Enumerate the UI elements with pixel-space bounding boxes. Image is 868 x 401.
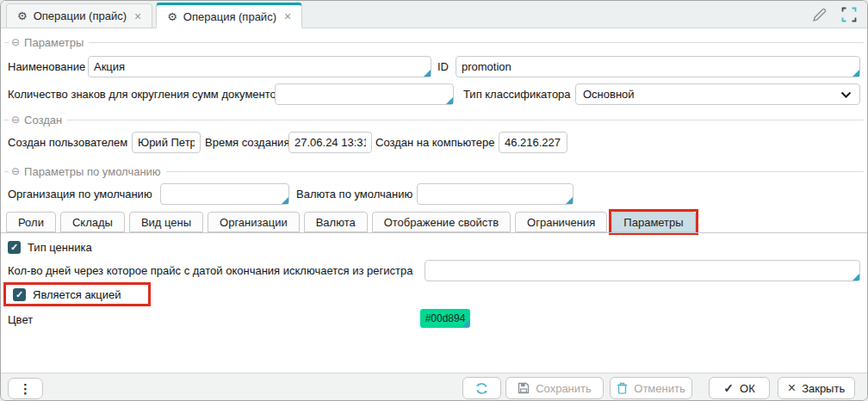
section-header-created: ⊖ Создан — [4, 113, 864, 126]
gear-icon: ⚙ — [167, 11, 177, 22]
save-icon — [518, 382, 530, 394]
tab-close-icon[interactable]: × — [134, 9, 141, 23]
color-label: Цвет — [8, 309, 33, 330]
cancel-button[interactable]: Отменить — [610, 377, 692, 399]
section-header-defaults: ⊖ Параметры по умолчанию — [4, 164, 864, 178]
refresh-button[interactable] — [462, 377, 501, 399]
tab-operation-detail[interactable]: ⚙ Операция (прайс) × — [156, 3, 302, 28]
trash-icon — [617, 382, 628, 394]
subtab-roles[interactable]: Роли — [6, 212, 56, 232]
created-by-input[interactable] — [132, 132, 201, 153]
id-label: ID — [437, 56, 449, 77]
subtab-parameters-active[interactable]: Параметры — [611, 212, 695, 232]
is-promotion-label: Является акцией — [33, 288, 121, 301]
refresh-icon — [475, 382, 488, 395]
classifier-type-label: Тип классификатора — [463, 83, 571, 105]
section-header-parameters: ⊖ Параметры — [4, 35, 864, 49]
close-button[interactable]: × Закрыть — [778, 377, 855, 399]
section-title: Создан — [24, 114, 62, 126]
tab-label: Операции (прайс) — [34, 9, 127, 22]
subtab-warehouses[interactable]: Склады — [60, 212, 125, 232]
created-time-input[interactable] — [288, 132, 372, 153]
default-currency-input[interactable] — [417, 183, 574, 205]
tab-label: Операция (прайс) — [183, 10, 276, 23]
close-x-icon: × — [788, 381, 796, 395]
field-corner-marker — [424, 70, 431, 77]
tab-operations-list[interactable]: ⚙ Операции (прайс) × — [6, 3, 152, 28]
subtab-price-type[interactable]: Вид цены — [129, 212, 203, 232]
app-window: ⚙ Операции (прайс) × ⚙ Операция (прайс) … — [0, 0, 868, 401]
collapse-icon[interactable]: ⊖ — [11, 114, 20, 125]
is-promotion-checkbox[interactable] — [13, 288, 26, 301]
color-swatch[interactable]: #00d894 — [420, 309, 470, 328]
field-corner-marker — [282, 197, 288, 204]
id-input[interactable] — [456, 56, 860, 77]
detail-tab-bar: Роли Склады Вид цены Организации Валюта … — [6, 212, 696, 232]
cancel-label: Отменить — [634, 382, 685, 395]
created-by-label: Создан пользователем — [8, 132, 127, 153]
created-computer-input[interactable] — [499, 132, 567, 153]
is-promotion-annotated-row: Является акцией — [3, 282, 151, 306]
close-label: Закрыть — [802, 382, 845, 395]
default-currency-label: Валюта по умолчанию — [296, 183, 412, 205]
created-time-label: Время создания — [205, 132, 289, 153]
default-org-label: Организация по умолчанию — [8, 183, 152, 205]
menu-button[interactable]: ⋮ — [8, 378, 43, 399]
edit-pencil-icon[interactable] — [809, 5, 828, 24]
price-tag-type-label: Тип ценника — [28, 241, 92, 254]
subtab-restrictions[interactable]: Ограничения — [515, 212, 607, 232]
field-corner-marker — [566, 197, 573, 204]
name-label: Наименование — [8, 56, 85, 77]
bottom-toolbar: ⋮ Сохранить — [1, 373, 867, 400]
gear-icon: ⚙ — [17, 10, 28, 22]
field-corner-marker — [446, 97, 453, 104]
subtab-organizations[interactable]: Организации — [208, 212, 300, 232]
chevron-down-icon — [840, 91, 852, 98]
save-label: Сохранить — [536, 382, 592, 395]
field-corner-marker — [852, 274, 859, 281]
field-corner-marker — [852, 70, 859, 77]
rounding-digits-input[interactable] — [275, 83, 454, 105]
tab-close-icon[interactable]: × — [284, 9, 291, 23]
rounding-digits-label: Количество знаков для округления сумм до… — [8, 83, 282, 105]
created-computer-label: Создан на компьютере — [375, 132, 495, 153]
price-tag-type-row: Тип ценника — [8, 241, 92, 254]
check-icon: ✓ — [723, 382, 734, 394]
section-title: Параметры — [24, 36, 84, 49]
save-button[interactable]: Сохранить — [505, 377, 604, 399]
collapse-icon[interactable]: ⊖ — [11, 166, 20, 176]
price-tag-type-checkbox[interactable] — [8, 241, 21, 254]
subtab-properties-display[interactable]: Отображение свойств — [372, 212, 511, 232]
default-org-input[interactable] — [160, 183, 289, 205]
tab-bar-divider — [1, 232, 867, 233]
ok-label: ОК — [740, 382, 755, 395]
days-exclude-input[interactable] — [425, 260, 860, 281]
days-exclude-label: Кол-во дней через которое прайс с датой … — [8, 260, 412, 281]
classifier-type-select[interactable]: Основной — [575, 83, 860, 105]
fullscreen-icon[interactable] — [840, 5, 859, 24]
selected-option: Основной — [583, 88, 635, 101]
name-input[interactable] — [88, 56, 431, 77]
window-actions — [809, 5, 859, 24]
section-title: Параметры по умолчанию — [24, 165, 161, 178]
kebab-icon: ⋮ — [19, 382, 32, 395]
ok-button[interactable]: ✓ ОК — [709, 377, 770, 399]
collapse-icon[interactable]: ⊖ — [11, 37, 20, 47]
field-corner-marker — [462, 320, 469, 327]
window-tab-bar: ⚙ Операции (прайс) × ⚙ Операция (прайс) … — [1, 1, 867, 28]
subtab-currency[interactable]: Валюта — [304, 212, 368, 232]
